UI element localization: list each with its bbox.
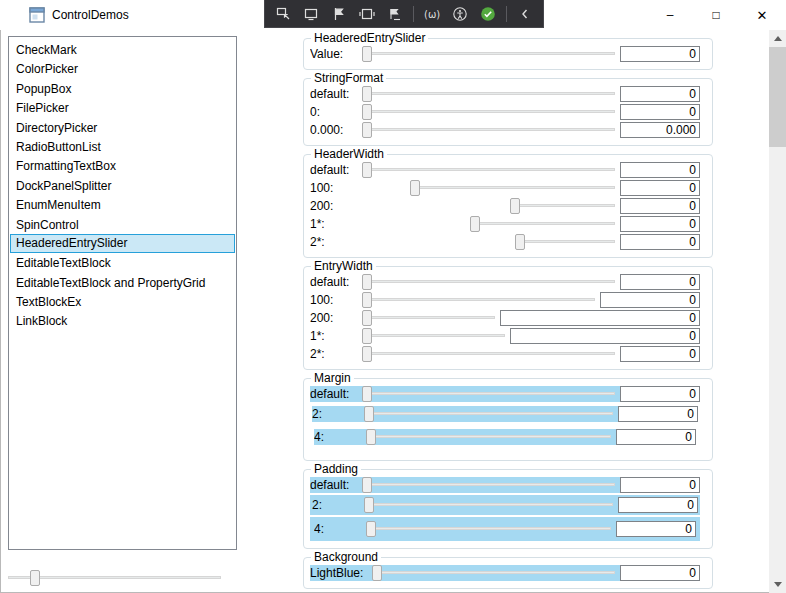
slider-track[interactable] [410,186,615,189]
sidebar-item-filepicker[interactable]: FilePicker [10,98,235,117]
row-entry[interactable]: 0 [620,46,700,62]
row-slider[interactable] [362,104,615,120]
track-focused-element-icon[interactable] [385,4,405,24]
sidebar-item-editabletextblock-and-propertygrid[interactable]: EditableTextBlock and PropertyGrid [10,273,235,292]
display-layout-adorners-icon[interactable] [357,4,377,24]
row-slider[interactable] [366,429,611,445]
slider-track[interactable] [362,52,615,55]
row-slider[interactable] [372,565,615,581]
row-entry[interactable]: 0 [510,328,700,344]
sidebar-item-headeredentryslider[interactable]: HeaderedEntrySlider [10,234,235,253]
row-slider[interactable] [362,477,615,493]
row-slider[interactable] [362,122,615,138]
slider-thumb[interactable] [366,429,376,445]
row-entry[interactable]: 0 [616,521,696,537]
row-entry[interactable]: 0 [620,86,700,102]
slider-thumb[interactable] [515,234,525,250]
row-entry[interactable]: 0 [600,292,700,308]
accessibility-checker-icon[interactable] [450,4,470,24]
slider-thumb[interactable] [362,162,372,178]
go-to-live-visual-tree-icon[interactable] [273,4,293,24]
slider-track[interactable] [362,392,615,395]
hot-reload-icon[interactable]: (ω) [422,4,442,24]
slider-thumb[interactable] [362,386,372,402]
row-entry[interactable]: 0 [620,386,700,402]
status-ok-icon[interactable] [478,4,498,24]
row-slider[interactable] [515,234,615,250]
scroll-down-button[interactable] [769,576,786,593]
sidebar-item-radiobuttonlist[interactable]: RadioButtonList [10,137,235,156]
row-entry[interactable]: 0.000 [620,122,700,138]
sidebar-item-enummenuitem[interactable]: EnumMenuItem [10,195,235,214]
slider-thumb[interactable] [362,310,372,326]
slider-thumb[interactable] [362,104,372,120]
minimize-button[interactable]: – [647,0,693,30]
row-slider[interactable] [362,328,505,344]
slider-thumb[interactable] [510,198,520,214]
row-slider[interactable] [410,180,615,196]
slider-track[interactable] [362,110,615,113]
slider-track[interactable] [366,527,611,530]
row-slider[interactable] [362,46,615,62]
slider-track[interactable] [362,316,495,319]
slider-track[interactable] [364,412,613,415]
slider-track[interactable] [372,571,615,574]
row-slider[interactable] [362,292,595,308]
row-slider[interactable] [362,162,615,178]
slider-thumb[interactable] [470,216,480,232]
slider-track[interactable] [362,168,615,171]
sidebar-item-popupbox[interactable]: PopupBox [10,79,235,98]
slider-thumb[interactable] [362,86,372,102]
sidebar-item-editabletextblock[interactable]: EditableTextBlock [10,253,235,272]
slider-track[interactable] [515,240,615,243]
slider-track[interactable] [362,298,595,301]
enable-selection-icon[interactable] [329,4,349,24]
sidebar-item-textblockex[interactable]: TextBlockEx [10,292,235,311]
row-slider[interactable] [364,406,613,422]
row-entry[interactable]: 0 [620,198,700,214]
row-entry[interactable]: 0 [620,104,700,120]
vertical-scrollbar[interactable] [769,30,786,593]
slider-thumb[interactable] [362,274,372,290]
row-entry[interactable]: 0 [620,216,700,232]
sidebar-item-dockpanelsplitter[interactable]: DockPanelSplitter [10,176,235,195]
slider-thumb[interactable] [362,292,372,308]
row-slider[interactable] [362,274,615,290]
slider-thumb[interactable] [364,497,374,513]
row-entry[interactable]: 0 [620,346,700,362]
row-entry[interactable]: 0 [620,477,700,493]
row-entry[interactable]: 0 [618,406,698,422]
row-entry[interactable]: 0 [620,180,700,196]
row-entry[interactable]: 0 [620,162,700,178]
slider-thumb[interactable] [362,46,372,62]
row-slider[interactable] [366,521,611,537]
row-entry[interactable]: 0 [620,234,700,250]
slider-track[interactable] [362,280,615,283]
slider-thumb[interactable] [362,346,372,362]
slider-thumb[interactable] [410,180,420,196]
slider-track[interactable] [362,483,615,486]
slider-track[interactable] [362,334,505,337]
close-button[interactable]: ✕ [739,0,785,30]
row-entry[interactable]: 0 [500,310,700,326]
select-element-icon[interactable] [301,4,321,24]
row-entry[interactable]: 0 [616,429,696,445]
scrollbar-thumb[interactable] [769,47,786,147]
row-slider[interactable] [362,346,615,362]
slider-thumb[interactable] [372,565,382,581]
slider-thumb[interactable] [362,477,372,493]
slider-track[interactable] [470,222,615,225]
sidebar-item-checkmark[interactable]: CheckMark [10,40,235,59]
footer-slider[interactable] [8,570,226,588]
slider-track[interactable] [362,352,615,355]
slider-track[interactable] [364,503,613,506]
sidebar-item-directorypicker[interactable]: DirectoryPicker [10,118,235,137]
slider-thumb[interactable] [30,570,40,586]
sidebar-item-linkblock[interactable]: LinkBlock [10,311,235,330]
slider-thumb[interactable] [366,521,376,537]
slider-thumb[interactable] [362,328,372,344]
row-slider[interactable] [470,216,615,232]
slider-thumb[interactable] [362,122,372,138]
row-slider[interactable] [362,310,495,326]
row-entry[interactable]: 0 [620,565,700,581]
